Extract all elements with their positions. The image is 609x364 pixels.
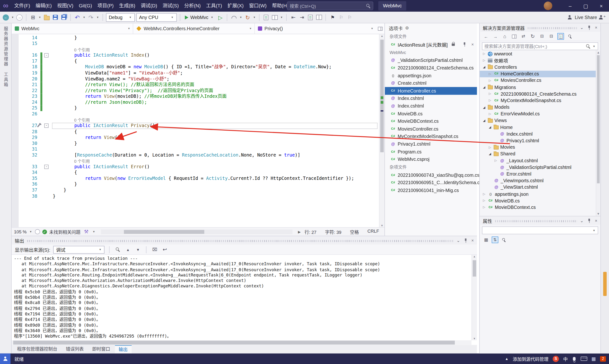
document-tab[interactable]: C#MyContextModelSnapshot.cs bbox=[385, 133, 477, 140]
document-tab[interactable]: C#20221009061041_inin-Mig.cs bbox=[385, 186, 477, 194]
menu-item[interactable]: 窗口(W) bbox=[246, 0, 270, 12]
collapsed-arrow-icon[interactable]: ▷ bbox=[488, 112, 492, 116]
find-in-files-button[interactable] bbox=[263, 13, 270, 21]
close-button[interactable]: × bbox=[594, 0, 609, 12]
tree-item[interactable]: ▷@_Layout.cshtml bbox=[479, 157, 596, 164]
maximize-button[interactable]: ▢ bbox=[578, 0, 593, 12]
quick-search-input[interactable]: 搜索 (Ctrl+Q) bbox=[287, 2, 373, 10]
tree-item[interactable]: ▷{}appsettings.json bbox=[479, 191, 596, 197]
solution-explorer-scrollbar[interactable]: ▲ ▼ bbox=[596, 51, 600, 216]
solution-search-input[interactable]: 搜索解决方案资源管理器(Ctrl+;) ▾ bbox=[482, 42, 598, 50]
save-button[interactable] bbox=[52, 13, 59, 21]
drag-grip[interactable] bbox=[495, 220, 577, 222]
line-ending-indicator[interactable]: CRLF bbox=[367, 229, 379, 235]
start-debugging-button[interactable]: WebMvc ▾ bbox=[183, 14, 216, 20]
fold-toggle-icon[interactable]: - bbox=[44, 165, 49, 169]
type-dropdown[interactable]: WebMvc.Controllers.HomeController ▾ bbox=[133, 23, 255, 34]
tree-item[interactable]: @_ViewStart.cshtml bbox=[479, 184, 596, 191]
clear-all-icon[interactable]: ⌧ bbox=[151, 246, 158, 254]
tree-item[interactable]: ◢Shared bbox=[479, 151, 596, 157]
document-tab[interactable]: C#HomeController.cs bbox=[385, 87, 477, 95]
account-avatar[interactable] bbox=[544, 2, 552, 10]
pin-icon[interactable] bbox=[463, 42, 466, 47]
document-tab[interactable]: @Create.cshtml bbox=[385, 79, 477, 87]
minimize-button[interactable]: – bbox=[562, 0, 578, 12]
pin-icon[interactable] bbox=[464, 238, 467, 243]
forward-icon[interactable]: → bbox=[492, 33, 499, 40]
undo-dropdown-icon[interactable]: ▾ bbox=[82, 15, 86, 19]
properties-object-dropdown[interactable]: ▾ bbox=[482, 226, 598, 234]
window-position-icon[interactable]: ⌄ bbox=[456, 238, 460, 243]
member-dropdown[interactable]: Privacy() ▾ bbox=[255, 23, 376, 34]
add-user-icon[interactable]: ⁺ bbox=[598, 13, 606, 21]
column-indicator[interactable]: 字符: 39 bbox=[325, 229, 341, 235]
close-tab-icon[interactable]: × bbox=[471, 42, 474, 47]
split-window-button[interactable] bbox=[271, 13, 278, 21]
expanded-arrow-icon[interactable]: ◢ bbox=[482, 119, 486, 123]
codelens-references[interactable]: 0 个引用 bbox=[74, 47, 90, 53]
tree-item[interactable]: @Index.cshtml bbox=[479, 130, 596, 137]
tree-item[interactable]: ◢Home bbox=[479, 124, 596, 130]
grid-icon[interactable]: ▦ bbox=[591, 356, 596, 362]
open-file-button[interactable] bbox=[43, 13, 50, 21]
scrollbar-thumb[interactable] bbox=[473, 260, 476, 277]
configuration-dropdown[interactable]: Debug▾ bbox=[106, 13, 135, 22]
find-message-icon[interactable] bbox=[115, 246, 121, 254]
tree-item[interactable]: ▷C#MovieDBContext.cs bbox=[479, 204, 596, 211]
tree-item[interactable]: ▷C#ErrorViewModel.cs bbox=[479, 111, 596, 117]
home-icon[interactable]: ⌂ bbox=[502, 33, 508, 40]
output-vertical-scrollbar[interactable]: ▲ ▼ bbox=[471, 255, 477, 340]
platform-dropdown[interactable]: Any CPU▾ bbox=[136, 13, 177, 22]
nest-files-icon[interactable]: ⊟ bbox=[539, 33, 545, 40]
fold-toggle-icon[interactable]: - bbox=[44, 124, 49, 128]
comment-selection-button[interactable] bbox=[307, 13, 314, 21]
codelens-references[interactable]: 0 个引用 bbox=[74, 158, 90, 164]
menu-item[interactable]: 编辑(E) bbox=[33, 0, 54, 12]
indent-decrease-button[interactable]: ⇤ bbox=[290, 13, 297, 21]
refresh-icon[interactable]: ↻ bbox=[529, 33, 536, 40]
ime-mode-indicator[interactable]: 中 bbox=[563, 356, 568, 362]
live-share-label[interactable]: Live Share bbox=[575, 14, 597, 20]
menu-item[interactable]: 项目(P) bbox=[95, 0, 116, 12]
document-tab[interactable]: C#WebMvc.csproj bbox=[385, 156, 477, 163]
tree-item[interactable]: ▷wwwroot bbox=[479, 51, 596, 57]
menu-item[interactable]: 工具(T) bbox=[203, 0, 225, 12]
new-dropdown-icon[interactable]: ▾ bbox=[38, 15, 42, 19]
microphone-icon[interactable] bbox=[573, 357, 575, 361]
tree-item[interactable]: ◢Views bbox=[479, 117, 596, 124]
document-tab[interactable]: @Privacy1.cshtml bbox=[385, 140, 477, 148]
document-tab[interactable]: C#20221009060743_xiaoShu@qq.com.cs bbox=[385, 171, 477, 179]
tab-server-explorer[interactable]: 服务器资源管理器 bbox=[3, 26, 9, 67]
pin-icon[interactable] bbox=[587, 218, 591, 223]
uncomment-selection-button[interactable] bbox=[315, 13, 322, 21]
editor-vertical-scrollbar[interactable]: ▲ ▼ bbox=[379, 34, 384, 227]
tree-item[interactable]: ▷依赖项 bbox=[479, 57, 596, 64]
tool-tab-即时窗口[interactable]: 即时窗口 bbox=[88, 345, 114, 353]
document-tab[interactable]: C#20221009080124_CreateSchema.cs bbox=[385, 64, 477, 72]
notifications-badge[interactable]: 2 bbox=[600, 356, 606, 362]
document-tab[interactable]: @Index.cshtml bbox=[385, 102, 477, 110]
collapsed-arrow-icon[interactable]: ▷ bbox=[482, 192, 486, 196]
tree-item[interactable]: @_ValidationScriptsPartial.cshtml bbox=[479, 164, 596, 170]
close-icon[interactable]: × bbox=[595, 218, 597, 223]
menu-item[interactable]: Git(G) bbox=[76, 0, 95, 12]
collapsed-arrow-icon[interactable]: ▷ bbox=[488, 79, 492, 82]
navigate-dropdown-icon[interactable]: ▾ bbox=[11, 15, 14, 19]
spaces-indicator[interactable]: 空格 bbox=[350, 229, 359, 235]
document-tab[interactable]: C#MovieDB.cs bbox=[385, 110, 477, 117]
document-health-icon[interactable] bbox=[35, 229, 40, 234]
expanded-arrow-icon[interactable]: ◢ bbox=[482, 85, 486, 89]
toggle-bookmark-button[interactable]: ⚑ bbox=[329, 13, 336, 21]
window-position-icon[interactable]: ⌄ bbox=[580, 25, 583, 30]
scrollbar-thumb[interactable] bbox=[13, 341, 455, 344]
quick-actions-icon[interactable] bbox=[37, 124, 40, 128]
tool-tab-程序包管理器控制台[interactable]: 程序包管理器控制台 bbox=[13, 345, 61, 353]
collapsed-arrow-icon[interactable]: ▷ bbox=[482, 206, 486, 209]
document-tab[interactable]: {}appsettings.json bbox=[385, 72, 477, 79]
tree-item[interactable]: ▷C#HomeController.cs bbox=[479, 70, 596, 77]
start-without-debugging-button[interactable]: ▷ bbox=[217, 13, 224, 21]
tree-item[interactable]: ▷C#MyContextModelSnapshot.cs bbox=[479, 97, 596, 104]
close-icon[interactable]: × bbox=[595, 26, 597, 30]
output-source-dropdown[interactable]: 调试▾ bbox=[53, 246, 105, 254]
switch-views-icon[interactable] bbox=[511, 33, 518, 40]
